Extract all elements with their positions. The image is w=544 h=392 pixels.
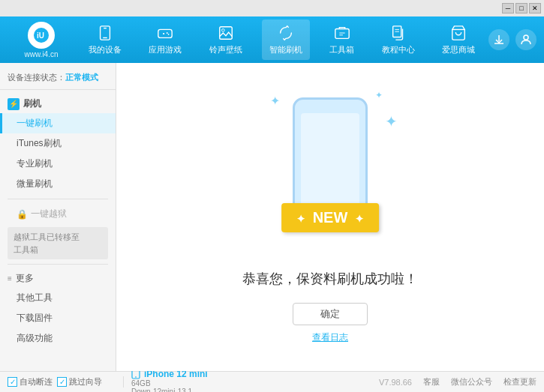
star-1: ✦ (270, 94, 280, 108)
back-to-log-link[interactable]: 查看日志 (312, 331, 348, 344)
flash-icon: ⚡ (8, 98, 20, 110)
confirm-button[interactable]: 确定 (293, 303, 368, 325)
svg-text:iU: iU (37, 31, 44, 40)
main-layout: 设备连接状态：正常模式 ⚡ 刷机 一键刷机 iTunes刷机 专业刷机 微量刷机… (0, 63, 544, 371)
sidebar-item-download-firmware[interactable]: 下载固件 (0, 308, 116, 328)
sidebar-item-other-tools[interactable]: 其他工具 (0, 288, 116, 308)
user-button[interactable] (515, 29, 536, 50)
sidebar-item-jailbreak-disabled: 🔒 一键越狱 (0, 204, 116, 224)
nav-wallpaper[interactable]: 铃声壁纸 (202, 19, 250, 60)
auto-close-check: ✓ (8, 377, 17, 387)
advanced-label: 高级功能 (17, 333, 53, 343)
shop-icon (449, 24, 467, 42)
skip-wizard-check: ✓ (57, 377, 67, 387)
sidebar-item-one-key-flash[interactable]: 一键刷机 (0, 113, 116, 133)
nav-shop-label: 爱思商城 (442, 44, 475, 55)
device-info: iPhone 12 mini 64GB Down-12mini-13,1 (124, 369, 379, 393)
flash-section-label: 刷机 (23, 97, 41, 110)
nav-tutorial[interactable]: 教程中心 (374, 19, 422, 60)
status-prefix: 设备连接状态： (8, 73, 65, 82)
star-3: ✦ (385, 112, 398, 130)
nav-wallpaper-label: 铃声壁纸 (209, 44, 242, 55)
svg-rect-12 (335, 29, 349, 39)
logo-icon: iU (28, 22, 55, 49)
version-display: V7.98.66 (379, 378, 412, 387)
sidebar-item-advanced[interactable]: 高级功能 (0, 328, 116, 349)
phone-icon (96, 24, 114, 42)
nav-my-device-label: 我的设备 (89, 44, 122, 55)
more-section-label: 更多 (16, 272, 34, 285)
wallpaper-icon (217, 24, 235, 42)
one-key-flash-label: 一键刷机 (17, 118, 53, 128)
sidebar-divider-2 (8, 264, 108, 265)
device-status: 设备连接状态：正常模式 (0, 69, 116, 90)
sidebar-item-micro-flash[interactable]: 微量刷机 (0, 174, 116, 194)
itunes-flash-label: iTunes刷机 (17, 138, 62, 148)
header: iU www.i4.cn 我的设备 应用游戏 铃声壁纸 (0, 16, 544, 63)
jailbreak-label: 一键越狱 (31, 208, 67, 220)
bottom-bar: ✓ 自动断连 ✓ 跳过向导 iPhone 12 mini 64GB Down-1… (0, 371, 544, 392)
logo-url: www.i4.cn (24, 50, 58, 58)
nav-tools[interactable]: 工具箱 (322, 19, 362, 60)
nav-tutorial-label: 教程中心 (382, 44, 415, 55)
svg-point-11 (221, 29, 224, 32)
phone-screen (301, 113, 359, 217)
sidebar-jailbreak-note: 越狱工具已转移至工具箱 (8, 227, 108, 259)
svg-point-9 (168, 34, 170, 35)
close-button[interactable]: ✕ (529, 3, 541, 13)
check-update-link[interactable]: 检查更新 (503, 376, 536, 388)
micro-flash-label: 微量刷机 (17, 178, 53, 189)
sidebar-item-pro-flash[interactable]: 专业刷机 (0, 154, 116, 174)
nav-shop[interactable]: 爱思商城 (434, 19, 482, 60)
skip-wizard-label: 跳过向导 (69, 376, 102, 388)
wechat-link[interactable]: 微信公众号 (451, 376, 492, 388)
nav-smart-flash-label: 智能刷机 (269, 44, 302, 55)
minimize-button[interactable]: ─ (502, 3, 514, 13)
star-2: ✦ (375, 90, 383, 100)
header-right (488, 29, 536, 50)
svg-rect-5 (158, 29, 172, 37)
new-badge-text: NEW (313, 209, 348, 226)
new-badge: NEW (281, 203, 379, 232)
nav-apps-games-label: 应用游戏 (149, 44, 182, 55)
sidebar: 设备连接状态：正常模式 ⚡ 刷机 一键刷机 iTunes刷机 专业刷机 微量刷机… (0, 63, 116, 371)
maximize-button[interactable]: □ (515, 3, 527, 13)
status-value: 正常模式 (65, 73, 98, 82)
nav-my-device[interactable]: 我的设备 (81, 19, 129, 60)
bottom-left-controls: ✓ 自动断连 ✓ 跳过向导 (8, 376, 124, 388)
game-icon (156, 24, 174, 42)
bottom-right-actions: V7.98.66 客服 微信公众号 检查更新 (379, 376, 536, 388)
logo-area: iU www.i4.cn (8, 22, 75, 58)
smart-icon (277, 24, 295, 42)
svg-point-8 (167, 32, 168, 34)
nav-tools-label: 工具箱 (329, 44, 354, 55)
phone-illustration: ✦ ✦ ✦ NEW (255, 90, 405, 255)
auto-close-checkbox[interactable]: ✓ 自动断连 (8, 376, 53, 388)
nav-bar: 我的设备 应用游戏 铃声壁纸 智能刷机 工具箱 (75, 19, 488, 60)
tutorial-icon (389, 24, 407, 42)
success-message: 恭喜您，保资料刷机成功啦！ (242, 270, 418, 288)
sidebar-divider-1 (8, 199, 108, 199)
title-bar: ─ □ ✕ (0, 0, 544, 16)
more-section-title: ≡ 更多 (0, 269, 116, 288)
nav-apps-games[interactable]: 应用游戏 (141, 19, 189, 60)
content-area: ✦ ✦ ✦ NEW 恭喜您，保资料刷机成功啦！ 确定 查看日志 (116, 63, 544, 371)
sidebar-item-itunes-flash[interactable]: iTunes刷机 (0, 133, 116, 154)
nav-smart-flash[interactable]: 智能刷机 (262, 19, 310, 60)
download-button[interactable] (488, 29, 509, 50)
pro-flash-label: 专业刷机 (17, 158, 53, 169)
device-storage: 64GB (131, 379, 379, 388)
other-tools-label: 其他工具 (17, 292, 53, 303)
confirm-button-label: 确定 (320, 308, 340, 319)
download-firmware-label: 下载固件 (17, 313, 53, 323)
device-version: Down-12mini-13,1 (131, 388, 379, 393)
auto-close-label: 自动断连 (20, 376, 53, 388)
skip-wizard-checkbox[interactable]: ✓ 跳过向导 (57, 376, 102, 388)
tools-icon (333, 24, 351, 42)
svg-point-19 (524, 35, 528, 40)
service-link[interactable]: 客服 (423, 376, 440, 388)
flash-section-title: ⚡ 刷机 (0, 94, 116, 113)
svg-rect-10 (219, 27, 232, 40)
